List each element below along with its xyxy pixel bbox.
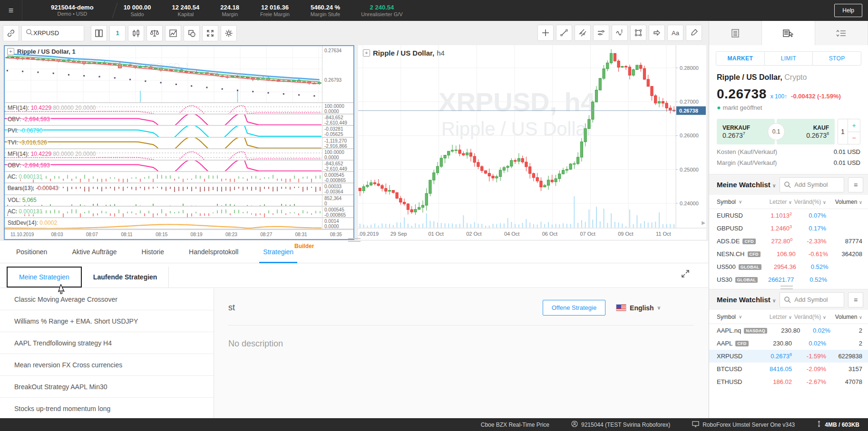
add-symbol-icon[interactable]: + [363, 49, 370, 57]
metric-unrealisierter-g-v: 2 240.54Unrealisierter G/V [361, 4, 402, 18]
tab-trade-watchlist[interactable] [762, 21, 815, 45]
order-tab-stop[interactable]: STOP [813, 52, 861, 65]
quantity-increase-button[interactable]: + [848, 119, 860, 132]
channel-tool-button[interactable] [575, 25, 591, 41]
watchlist-menu-icon[interactable]: ≡ [848, 292, 863, 307]
svg-text:0.27000: 0.27000 [680, 99, 699, 105]
watchlist-row-US30[interactable]: US30GLOBAL 26621.77 0.52% [709, 273, 868, 286]
subtab-laufende-strategien[interactable]: Laufende Strategien [82, 267, 169, 287]
help-button[interactable]: Help [834, 4, 862, 17]
time-axis: 11.10.201908:0308:0708:1108:1508:1908:23… [5, 230, 353, 239]
symbol-label: GBPUSD [717, 225, 743, 232]
chart-watermark: XRPUSD, 1 [144, 62, 189, 72]
bottom-tab-handelsprotokoll[interactable]: Handelsprotokoll [189, 240, 238, 263]
indicators-button[interactable] [165, 25, 181, 41]
strategy-list-item[interactable]: AAPL Trendfollowing strategy H4 [0, 332, 214, 354]
strategy-list-item[interactable]: Stocks up-trend momentum long [0, 398, 214, 418]
status-bar: Cboe BZX Real-Time Price9215044 (TEST Sv… [0, 418, 868, 431]
add-symbol-icon[interactable]: + [7, 48, 14, 55]
divider [112, 3, 117, 19]
price-line: 0.26738 x 100↑ -0.00432 (-1.59%) [717, 86, 860, 102]
account-info[interactable]: 9215044-demo Demo • USD [22, 0, 106, 21]
watchlist-1: Meine Watchlist ∨ Add Symbol ≡ Symbol ∨ … [709, 174, 868, 286]
watchlist-row-ADS.DE[interactable]: ADS.DECFD 272.800 -2.33% 87774 [709, 235, 868, 248]
subtab-meine-strategien[interactable]: Meine Strategien [7, 267, 82, 287]
sell-button[interactable]: VERKAUF 0.26737 [717, 119, 775, 144]
indicator-pane-9: AC: 0.000131 0.000545-0.000865 [5, 207, 353, 218]
interval-button[interactable]: 1 [109, 25, 126, 41]
secondary-chart-panel[interactable]: + Ripple / US Dollar, 1 XRPUSD, 1 0.2763… [4, 45, 354, 240]
svg-text:0.26000: 0.26000 [680, 133, 699, 138]
watchlist-menu-icon[interactable]: ≡ [848, 177, 863, 192]
horizontal-line-tool-button[interactable] [593, 25, 609, 41]
fullscreen-button[interactable] [202, 25, 218, 41]
watchlist-title[interactable]: Meine Watchlist ∨ [717, 296, 776, 304]
watchlist-row-ETHUSD[interactable]: ETHUSD 186.02 -2.67% 47078 [709, 375, 868, 388]
watchlist-row-AAPL.nq[interactable]: AAPL.nqNASDAQ 230.80 0.02% 2 [709, 324, 868, 337]
watchlist-splitter[interactable] [709, 286, 868, 289]
brush-tool-button[interactable] [686, 25, 702, 41]
strategy-list-item[interactable]: Classic Moving Average Crossover [0, 288, 214, 310]
quantity-decrease-button[interactable]: − [848, 132, 860, 144]
compare-scales-button[interactable] [146, 25, 163, 41]
watchlist-row-GBPUSD[interactable]: GBPUSD 1.24603 0.17% [709, 222, 868, 235]
chart-settings-button[interactable] [221, 25, 237, 41]
layout-columns-button[interactable] [91, 25, 107, 41]
crosshair-tool-button[interactable] [537, 25, 554, 41]
watchlist-row-XRPUSD[interactable]: XRPUSD 0.26738 -1.59% 6229838 [709, 350, 868, 363]
link-charts-icon[interactable] [3, 25, 19, 41]
symbol-label: AAPL [717, 340, 732, 347]
expand-icon[interactable] [681, 269, 690, 280]
bottom-tab-historie[interactable]: Historie [142, 240, 164, 263]
main-chart-panel[interactable]: + Ripple / US Dollar, h4 XRPUSD, h4 Ripp… [358, 45, 706, 240]
market-badge: CFD [742, 239, 755, 244]
bottom-tab-positionen[interactable]: Positionen [16, 240, 47, 263]
text-tool-button[interactable]: Aa [667, 25, 683, 41]
quantity-value[interactable]: 1 [838, 119, 848, 144]
strategy-list-item[interactable]: Mean reversion FX Cross currencies [0, 354, 214, 376]
svg-text:11 Oct: 11 Oct [656, 231, 671, 237]
objects-button[interactable] [184, 25, 200, 41]
rectangle-tool-button[interactable] [630, 25, 646, 41]
order-tab-limit[interactable]: LIMIT [765, 52, 813, 65]
svg-text:0.25000: 0.25000 [680, 167, 699, 172]
watchlist-row-AAPL[interactable]: AAPLCFD 230.80 0.02% 2 [709, 337, 868, 350]
arrow-tool-button[interactable] [649, 25, 665, 41]
trend-line-tool-button[interactable] [556, 25, 572, 41]
chart-type-candles-button[interactable] [128, 25, 144, 41]
bottom-tab-aktive-auftr-ge[interactable]: Aktive Aufträge [72, 240, 117, 263]
candlestick-chart: 0.280000.270000.260000.250000.240000.267… [358, 45, 706, 240]
watchlist-row-BTCUSD[interactable]: BTCUSD 8416.05 -2.09% 3157 [709, 363, 868, 375]
buy-button[interactable]: KAUF 0.26738 [777, 119, 835, 144]
watchlist-row-US500[interactable]: US500GLOBAL 2954.36 0.52% [709, 260, 868, 273]
strategy-list-item[interactable]: Williams % Range + EMA. Short USDJPY [0, 310, 214, 332]
bottom-tab-strategien[interactable]: Strategien [263, 240, 293, 263]
svg-text:07 Oct: 07 Oct [580, 231, 595, 237]
symbol-label: BTCUSD [717, 365, 742, 373]
account-subtitle: Demo • USD [58, 11, 88, 17]
status-item: RoboForex Umstel Server One v343 [692, 421, 795, 429]
panel-collapse-chevron[interactable]: ▶ [702, 220, 705, 225]
splitter-handle[interactable] [348, 238, 361, 242]
tab-orders-list[interactable] [709, 21, 762, 45]
symbol-search[interactable] [21, 25, 84, 41]
add-symbol-input[interactable]: Add Symbol [780, 292, 844, 307]
strategy-subtabs: Meine StrategienLaufende Strategien [0, 263, 708, 288]
order-tab-market[interactable]: MARKET [716, 52, 765, 65]
strategy-area: Classic Moving Average CrossoverWilliams… [0, 288, 708, 418]
strategy-list-item[interactable]: BreakOut Strategy AAPL Min30 [0, 376, 214, 398]
add-symbol-input[interactable]: Add Symbol [780, 177, 844, 192]
search-input[interactable] [33, 29, 76, 37]
svg-text:04 Oct: 04 Oct [504, 231, 519, 237]
open-strategy-button[interactable]: Offene Strategie [543, 300, 605, 316]
watchlist-row-EURUSD[interactable]: EURUSD 1.10132 0.07% [709, 209, 868, 222]
wave-tool-button[interactable] [612, 25, 628, 41]
watchlist-header: Meine Watchlist ∨ Add Symbol ≡ [709, 289, 868, 310]
watchlist-title[interactable]: Meine Watchlist ∨ [717, 181, 776, 189]
strategy-detail: st Offene Strategie English ∨ No descrip… [214, 288, 708, 418]
tab-collapse-panels[interactable] [815, 21, 868, 45]
watchlist-row-NESN.CH[interactable]: NESN.CHCFD 106.90 -0.61% 364208 [709, 248, 868, 260]
language-select[interactable]: English ∨ [616, 304, 661, 312]
top-bar: ≡ 9215044-demo Demo • USD 10 000.00Saldo… [0, 0, 868, 21]
menu-icon[interactable]: ≡ [0, 0, 22, 21]
